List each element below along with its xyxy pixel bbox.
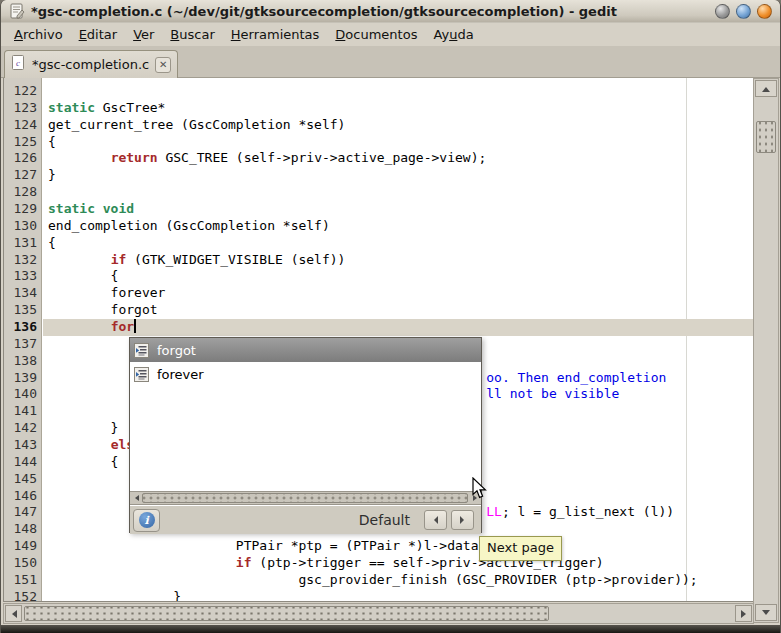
popup-scrollbar-thumb[interactable] — [142, 493, 468, 503]
code-line-150[interactable]: if (ptp->trigger == self->priv->active_t… — [43, 555, 753, 572]
line-number: 143 — [4, 437, 42, 454]
line-number: 128 — [4, 184, 42, 201]
code-line-128[interactable] — [43, 184, 753, 201]
completion-item-forgot[interactable]: forgot — [130, 338, 481, 362]
menu-editar[interactable]: Editar — [72, 25, 125, 44]
code-line-133[interactable]: { — [43, 268, 753, 285]
tab-label: *gsc-completion.c — [32, 57, 149, 72]
menu-ver[interactable]: Ver — [126, 25, 161, 44]
line-number: 132 — [4, 252, 42, 269]
line-number: 152 — [4, 589, 42, 602]
window-controls — [715, 4, 772, 19]
minimize-button[interactable] — [715, 4, 730, 19]
popup-page-label: Default — [359, 512, 410, 528]
code-line-131[interactable]: { — [43, 235, 753, 252]
tab-strip: c *gsc-completion.c ✕ — [1, 46, 780, 78]
line-number: 138 — [4, 353, 42, 370]
line-number: 150 — [4, 555, 42, 572]
window-bottom-edge — [1, 625, 780, 633]
titlebar[interactable]: *gsc-completion.c (~/dev/git/gtksourceco… — [1, 0, 780, 23]
proposal-icon — [134, 343, 149, 358]
code-line-152[interactable]: } — [43, 589, 753, 602]
popup-bottom-bar: i Default — [130, 506, 481, 534]
menubar: ArchivoEditarVerBuscarHerramientasDocume… — [1, 23, 780, 46]
line-number: 130 — [4, 218, 42, 235]
completion-list: forgot forever — [130, 338, 481, 491]
code-line-123[interactable]: static GscTree* — [43, 100, 753, 117]
horizontal-scrollbar-thumb[interactable] — [24, 606, 549, 621]
previous-page-button[interactable] — [424, 510, 447, 530]
next-page-button[interactable] — [451, 510, 474, 530]
gutter-numbers: 1221231241251261271281291301311321331341… — [4, 83, 42, 602]
next-page-tooltip: Next page — [479, 536, 562, 561]
code-line-126[interactable]: return GSC_TREE (self->priv->active_page… — [43, 150, 753, 167]
code-line-127[interactable]: } — [43, 167, 753, 184]
line-number: 147 — [4, 504, 42, 521]
mouse-cursor-icon — [472, 477, 490, 505]
line-number: 145 — [4, 471, 42, 488]
line-number: 144 — [4, 454, 42, 471]
code-line-132[interactable]: if (GTK_WIDGET_VISIBLE (self)) — [43, 252, 753, 269]
line-number: 124 — [4, 117, 42, 134]
previous-page-icon — [430, 516, 438, 524]
line-number: 123 — [4, 100, 42, 117]
menu-buscar[interactable]: Buscar — [163, 25, 221, 44]
scroll-up-icon[interactable] — [755, 80, 777, 97]
maximize-button[interactable] — [736, 4, 751, 19]
text-caret — [134, 319, 136, 333]
tab-gsc-completion[interactable]: c *gsc-completion.c ✕ — [4, 50, 178, 78]
close-button[interactable] — [757, 4, 772, 19]
line-number: 135 — [4, 302, 42, 319]
svg-text:c: c — [16, 58, 20, 68]
line-number: 134 — [4, 285, 42, 302]
popup-scroll-left-icon[interactable] — [131, 493, 142, 503]
code-line-149[interactable]: PTPair *ptp = (PTPair *)l->data — [43, 538, 753, 555]
scroll-left-icon[interactable] — [5, 605, 22, 622]
code-line-135[interactable]: forgot — [43, 302, 753, 319]
completion-item-forever[interactable]: forever — [130, 362, 481, 386]
scroll-down-icon[interactable] — [755, 604, 777, 621]
menu-documentos[interactable]: Documentos — [328, 25, 424, 44]
line-number: 148 — [4, 521, 42, 538]
code-line-125[interactable]: { — [43, 134, 753, 151]
line-number: 141 — [4, 403, 42, 420]
line-number: 149 — [4, 538, 42, 555]
next-page-icon — [460, 516, 468, 524]
completion-item-label: forever — [157, 367, 204, 382]
menu-herramientas[interactable]: Herramientas — [224, 25, 327, 44]
code-line-134[interactable]: forever — [43, 285, 753, 302]
vertical-scrollbar[interactable] — [753, 78, 779, 623]
code-line-151[interactable]: gsc_provider_finish (GSC_PROVIDER (ptp->… — [43, 572, 753, 589]
line-number: 140 — [4, 386, 42, 403]
line-number: 129 — [4, 201, 42, 218]
completion-popup: forgot forever i Default — [129, 337, 482, 533]
line-number: 151 — [4, 572, 42, 589]
proposal-info-button[interactable]: i — [133, 509, 160, 532]
horizontal-scrollbar[interactable] — [3, 603, 754, 624]
vertical-scrollbar-thumb[interactable] — [756, 121, 776, 153]
line-number: 142 — [4, 420, 42, 437]
tab-close-icon[interactable]: ✕ — [155, 57, 171, 73]
code-line-124[interactable]: get_current_tree (GscCompletion *self) — [43, 117, 753, 134]
gedit-window: *gsc-completion.c (~/dev/git/gtksourceco… — [0, 0, 781, 633]
popup-horizontal-scrollbar[interactable] — [130, 491, 481, 505]
code-line-136[interactable]: for — [43, 319, 753, 336]
completion-item-label: forgot — [157, 343, 196, 358]
line-number: 125 — [4, 134, 42, 151]
code-line-122[interactable] — [43, 83, 753, 100]
line-number: 133 — [4, 268, 42, 285]
line-number: 122 — [4, 83, 42, 100]
gedit-app-icon — [9, 3, 25, 19]
info-icon: i — [139, 512, 155, 528]
line-number: 137 — [4, 336, 42, 353]
scroll-right-icon[interactable] — [735, 605, 752, 622]
code-line-129[interactable]: static void — [43, 201, 753, 218]
line-number: 131 — [4, 235, 42, 252]
line-number: 136 — [4, 319, 42, 336]
proposal-icon — [134, 367, 149, 382]
menu-ayuda[interactable]: Ayuda — [426, 25, 480, 44]
line-number: 139 — [4, 370, 42, 387]
code-line-130[interactable]: end_completion (GscCompletion *self) — [43, 218, 753, 235]
c-file-icon: c — [11, 55, 26, 74]
menu-archivo[interactable]: Archivo — [7, 25, 70, 44]
